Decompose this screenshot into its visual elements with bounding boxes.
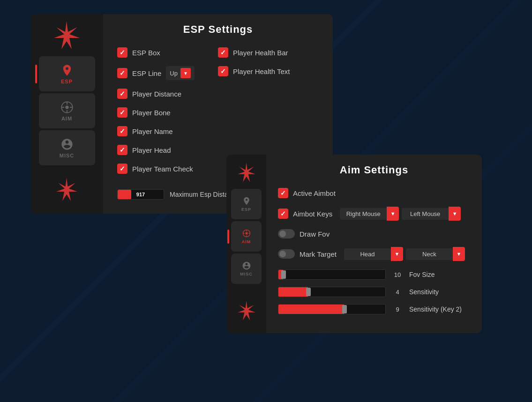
sensitivity-thumb[interactable] <box>306 288 311 296</box>
fov-size-row: 10 Fov Size <box>278 269 470 280</box>
aim-content: Aim Settings Active Aimbot Aimbot Keys R… <box>266 155 482 333</box>
neck-dropdown[interactable]: Neck ▼ <box>406 247 465 261</box>
player-name-label: Player Name <box>132 127 173 135</box>
esp-box-label: ESP Box <box>132 49 160 57</box>
active-aimbot-row: Active Aimbot <box>278 188 470 198</box>
mark-target-row: Mark Target Head ▼ Neck ▼ <box>278 247 470 261</box>
sensitivity-key2-value: 9 <box>390 306 405 313</box>
aim-logo-bottom <box>238 295 255 324</box>
player-health-bar-label: Player Health Bar <box>233 49 288 57</box>
sensitivity-key2-track[interactable] <box>278 304 386 314</box>
player-bone-label: Player Bone <box>132 109 171 117</box>
sensitivity-key2-row: 9 Sensitivity (Key 2) <box>278 304 470 314</box>
player-name-checkbox[interactable] <box>117 126 127 136</box>
sidebar-item-aim[interactable]: AIM <box>39 93 95 128</box>
esp-sidebar: ESP AIM MISC <box>30 14 103 214</box>
fov-size-label: Fov Size <box>409 271 470 278</box>
sidebar-aim-label: AIM <box>61 116 72 121</box>
aimbot-keys-row: Aimbot Keys Right Mouse ▼ Left Mouse ▼ <box>278 207 470 221</box>
aim-logo-top <box>236 159 257 185</box>
player-team-check-row: Player Team Check <box>117 164 218 174</box>
aimbot-keys-checkbox[interactable] <box>278 208 288 219</box>
esp-title: ESP Settings <box>117 23 319 36</box>
max-distance-track[interactable]: 917 <box>117 189 164 200</box>
esp-line-dropdown-value: Up <box>170 70 178 77</box>
svg-marker-8 <box>238 162 255 181</box>
player-bone-row: Player Bone <box>117 107 218 118</box>
aim-title: Aim Settings <box>278 164 470 176</box>
head-arrow: ▼ <box>391 247 403 261</box>
neck-arrow: ▼ <box>453 247 465 261</box>
logo-top <box>53 19 81 52</box>
sensitivity-key2-thumb[interactable] <box>342 305 347 313</box>
draw-fov-toggle[interactable] <box>278 229 295 238</box>
fov-size-track[interactable] <box>278 269 386 280</box>
aim-sidebar: ESP AIM MISC <box>226 155 266 333</box>
svg-marker-15 <box>238 301 255 320</box>
sensitivity-track[interactable] <box>278 287 386 297</box>
player-team-check-label: Player Team Check <box>132 165 193 173</box>
svg-point-2 <box>65 105 68 109</box>
active-aimbot-label: Active Aimbot <box>293 189 336 197</box>
head-dropdown[interactable]: Head ▼ <box>344 247 403 261</box>
player-health-bar-row: Player Health Bar <box>218 47 319 58</box>
player-health-text-label: Player Health Text <box>233 67 290 75</box>
draw-fov-row: Draw Fov <box>278 229 470 238</box>
aim-panel: ESP AIM MISC <box>226 155 482 333</box>
fov-size-thumb[interactable] <box>281 270 286 279</box>
right-mouse-dropdown[interactable]: Right Mouse ▼ <box>340 207 399 221</box>
sidebar-misc-label: MISC <box>60 153 75 158</box>
right-mouse-arrow: ▼ <box>387 207 399 221</box>
left-mouse-value: Left Mouse <box>402 208 449 220</box>
esp-box-checkbox[interactable] <box>117 47 127 58</box>
sidebar-item-esp[interactable]: ESP <box>39 56 95 91</box>
aim-sidebar-misc-label: MISC <box>240 272 253 276</box>
player-bone-checkbox[interactable] <box>117 107 127 118</box>
active-aimbot-checkbox[interactable] <box>278 188 288 198</box>
esp-line-arrow: ▼ <box>180 68 191 78</box>
player-health-text-row: Player Health Text <box>218 66 319 76</box>
sensitivity-fill <box>278 287 308 297</box>
aim-sidebar-item-aim[interactable]: AIM <box>231 221 262 252</box>
aim-sidebar-esp-label: ESP <box>241 207 251 212</box>
player-team-check-checkbox[interactable] <box>117 164 127 174</box>
main-wrapper: ESP AIM MISC <box>0 0 532 402</box>
mark-target-toggle[interactable] <box>278 249 295 259</box>
sensitivity-row: 4 Sensitivity <box>278 287 470 297</box>
svg-marker-7 <box>56 178 77 201</box>
svg-point-10 <box>245 232 247 235</box>
esp-box-row: ESP Box <box>117 47 218 58</box>
player-head-label: Player Head <box>132 146 171 154</box>
sensitivity-key2-label: Sensitivity (Key 2) <box>409 305 470 313</box>
sidebar-esp-label: ESP <box>61 79 73 84</box>
player-health-text-checkbox[interactable] <box>218 66 228 76</box>
esp-line-dropdown[interactable]: Up ▼ <box>166 66 195 80</box>
sensitivity-label: Sensitivity <box>409 288 470 296</box>
player-head-checkbox[interactable] <box>117 145 127 155</box>
right-mouse-value: Right Mouse <box>340 208 387 220</box>
esp-line-checkbox[interactable] <box>117 68 127 78</box>
player-health-bar-checkbox[interactable] <box>218 47 228 58</box>
esp-line-label: ESP Line <box>132 69 161 77</box>
esp-line-row: ESP Line Up ▼ <box>117 66 218 80</box>
sensitivity-key2-fill <box>278 305 345 314</box>
max-distance-fill <box>118 190 131 199</box>
aim-sidebar-item-esp[interactable]: ESP <box>231 189 262 219</box>
aim-sidebar-aim-label: AIM <box>242 239 251 244</box>
sensitivity-value: 4 <box>390 289 405 296</box>
logo-bottom <box>56 167 77 204</box>
head-value: Head <box>344 248 391 260</box>
player-head-row: Player Head <box>117 145 218 155</box>
svg-marker-0 <box>54 21 80 49</box>
sidebar-item-misc[interactable]: MISC <box>39 130 95 165</box>
player-distance-checkbox[interactable] <box>117 89 127 99</box>
left-mouse-arrow: ▼ <box>449 207 461 221</box>
player-distance-row: Player Distance <box>117 89 218 99</box>
max-distance-value: 917 <box>136 192 145 197</box>
neck-value: Neck <box>406 248 453 260</box>
player-distance-label: Player Distance <box>132 90 181 98</box>
left-mouse-dropdown[interactable]: Left Mouse ▼ <box>402 207 461 221</box>
esp-left-col: ESP Box ESP Line Up ▼ Player D <box>117 47 218 182</box>
draw-fov-label: Draw Fov <box>300 230 330 238</box>
aim-sidebar-item-misc[interactable]: MISC <box>231 253 262 284</box>
